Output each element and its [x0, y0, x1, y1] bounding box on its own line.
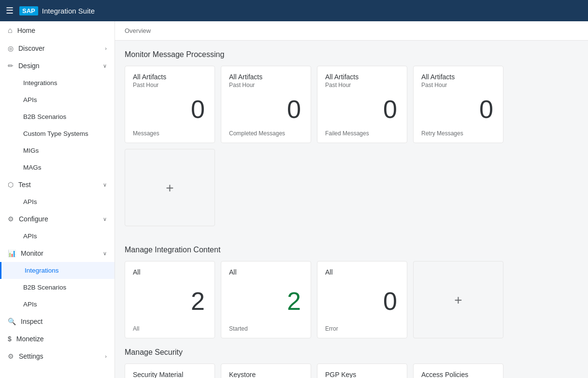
card-int-error-footer: Error — [325, 325, 399, 332]
card-msg-completed[interactable]: All Artifacts Past Hour 0 Completed Mess… — [221, 66, 311, 143]
card-msg-completed-number: 0 — [229, 88, 303, 130]
inspect-icon: 🔍 — [8, 318, 16, 325]
card-msg-failed-header-main: All Artifacts — [325, 73, 399, 81]
card-sec-access[interactable]: Access Policies 0 Artifacts — [413, 363, 503, 378]
card-msg-all-header-main: All Artifacts — [133, 73, 207, 81]
card-sec-pgp-header: PGP Keys — [325, 371, 399, 378]
topbar: ☰ SAP Integration Suite — [0, 0, 588, 21]
sidebar-design-label: Design — [18, 62, 98, 70]
sidebar-monetize-label: Monetize — [16, 335, 107, 343]
sidebar-integrations-label: Integrations — [23, 79, 107, 87]
sidebar-discover-label: Discover — [18, 44, 100, 52]
card-msg-completed-header-sub: Past Hour — [229, 82, 303, 88]
home-icon: ⌂ — [8, 26, 13, 35]
sidebar-item-test[interactable]: ⬡ Test ∨ — [0, 176, 115, 193]
sidebar-item-monetize[interactable]: $ Monetize — [0, 330, 115, 348]
sidebar-item-b2b[interactable]: B2B Scenarios — [0, 108, 115, 125]
sidebar-item-monitor-integrations[interactable]: Integrations — [0, 262, 115, 279]
settings-icon: ⚙ — [8, 352, 14, 360]
card-int-started-footer: Started — [229, 325, 303, 332]
sidebar-item-test-apis[interactable]: APIs — [0, 193, 115, 210]
chevron-right-icon-settings: › — [105, 353, 107, 359]
sidebar-apis-label: APIs — [23, 96, 107, 103]
sidebar-monitor-label: Monitor — [21, 249, 98, 257]
manage-integration-title: Manage Integration Content — [125, 246, 578, 254]
card-sec-keystore[interactable]: Keystore 8 Entries — [221, 363, 311, 378]
sidebar-item-monitor-b2b[interactable]: B2B Scenarios — [0, 279, 115, 296]
sidebar-monitor-integrations-label: Integrations — [25, 267, 107, 274]
sidebar-item-configure[interactable]: ⚙ Configure ∨ — [0, 210, 115, 228]
sidebar-mags-label: MAGs — [23, 164, 107, 171]
card-sec-material[interactable]: Security Material 0 Artifacts — [125, 363, 215, 378]
sidebar-item-apis[interactable]: APIs — [0, 91, 115, 108]
card-int-all-footer: All — [133, 325, 207, 332]
manage-security-title: Manage Security — [125, 348, 578, 357]
sidebar-item-discover[interactable]: ◎ Discover › — [0, 40, 115, 57]
sidebar-configure-label: Configure — [19, 215, 98, 223]
chevron-down-icon-test: ∨ — [103, 182, 107, 188]
sidebar-item-mags[interactable]: MAGs — [0, 159, 115, 176]
card-msg-failed-number: 0 — [325, 88, 399, 130]
sidebar-configure-apis-label: APIs — [23, 233, 107, 240]
sidebar-custom-type-label: Custom Type Systems — [23, 130, 107, 137]
manage-security-section: Manage Security Security Material 0 Arti… — [115, 348, 588, 378]
configure-icon: ⚙ — [8, 215, 14, 223]
manage-integration-cards: All 2 All All 2 Started All 0 Err — [125, 261, 578, 338]
card-sec-pgp[interactable]: PGP Keys 0 Keys — [317, 363, 407, 378]
design-icon: ✏ — [8, 62, 14, 70]
card-msg-all-header-sub: Past Hour — [133, 82, 207, 88]
card-int-add[interactable]: + — [413, 261, 503, 338]
sidebar-item-integrations[interactable]: Integrations — [0, 74, 115, 91]
card-msg-retry-footer: Retry Messages — [421, 130, 495, 137]
hamburger-icon[interactable]: ☰ — [6, 5, 14, 16]
sidebar-item-monitor-apis[interactable]: APIs — [0, 296, 115, 313]
monetize-icon: $ — [8, 335, 12, 343]
sidebar-test-label: Test — [18, 181, 98, 189]
manage-security-cards: Security Material 0 Artifacts Keystore 8… — [125, 363, 578, 378]
card-sec-material-header: Security Material — [133, 371, 207, 378]
sidebar-item-migs[interactable]: MIGs — [0, 142, 115, 159]
chevron-down-icon-configure: ∨ — [103, 216, 107, 222]
card-int-all-number: 2 — [133, 277, 207, 325]
sidebar-b2b-label: B2B Scenarios — [23, 113, 107, 120]
monitor-icon: 📊 — [8, 249, 16, 257]
sidebar-item-configure-apis[interactable]: APIs — [0, 228, 115, 245]
content-area: Overview Monitor Message Processing All … — [115, 21, 588, 378]
card-msg-all[interactable]: All Artifacts Past Hour 0 Messages — [125, 66, 215, 143]
card-msg-add[interactable]: + — [125, 149, 215, 226]
sidebar-item-home[interactable]: ⌂ Home — [0, 21, 115, 40]
card-msg-retry[interactable]: All Artifacts Past Hour 0 Retry Messages — [413, 66, 503, 143]
add-icon: + — [166, 180, 173, 196]
monitor-message-section: Monitor Message Processing All Artifacts… — [115, 41, 588, 226]
monitor-message-cards: All Artifacts Past Hour 0 Messages All A… — [125, 66, 578, 226]
card-msg-failed[interactable]: All Artifacts Past Hour 0 Failed Message… — [317, 66, 407, 143]
card-msg-all-number: 0 — [133, 88, 207, 130]
card-int-all[interactable]: All 2 All — [125, 261, 215, 338]
card-msg-completed-header-main: All Artifacts — [229, 73, 303, 81]
card-int-all-header-main: All — [133, 268, 207, 276]
chevron-right-icon: › — [105, 45, 107, 51]
sidebar-monitor-apis-label: APIs — [23, 301, 107, 308]
add-icon-int: + — [454, 292, 462, 308]
sidebar-item-design[interactable]: ✏ Design ∨ — [0, 57, 115, 74]
sidebar-item-settings[interactable]: ⚙ Settings › — [0, 348, 115, 365]
sidebar-test-apis-label: APIs — [23, 198, 107, 205]
app-title: Integration Suite — [42, 7, 95, 15]
sidebar-monitor-b2b-label: B2B Scenarios — [23, 284, 107, 291]
card-msg-all-footer: Messages — [133, 130, 207, 137]
card-msg-retry-number: 0 — [421, 88, 495, 130]
card-int-started[interactable]: All 2 Started — [221, 261, 311, 338]
card-int-error[interactable]: All 0 Error — [317, 261, 407, 338]
sidebar-item-monitor[interactable]: 📊 Monitor ∨ — [0, 245, 115, 262]
sidebar: ⌂ Home ◎ Discover › ✏ Design ∨ Integrati… — [0, 21, 115, 378]
sidebar-item-inspect[interactable]: 🔍 Inspect — [0, 313, 115, 330]
sidebar-item-custom-type[interactable]: Custom Type Systems — [0, 125, 115, 142]
sidebar-migs-label: MIGs — [23, 147, 107, 154]
breadcrumb: Overview — [115, 21, 588, 41]
monitor-message-title: Monitor Message Processing — [125, 50, 578, 59]
test-icon: ⬡ — [8, 181, 14, 189]
card-msg-retry-header-sub: Past Hour — [421, 82, 495, 88]
sidebar-settings-label: Settings — [19, 352, 100, 360]
card-sec-keystore-header: Keystore — [229, 371, 303, 378]
sidebar-label: Home — [17, 27, 107, 34]
